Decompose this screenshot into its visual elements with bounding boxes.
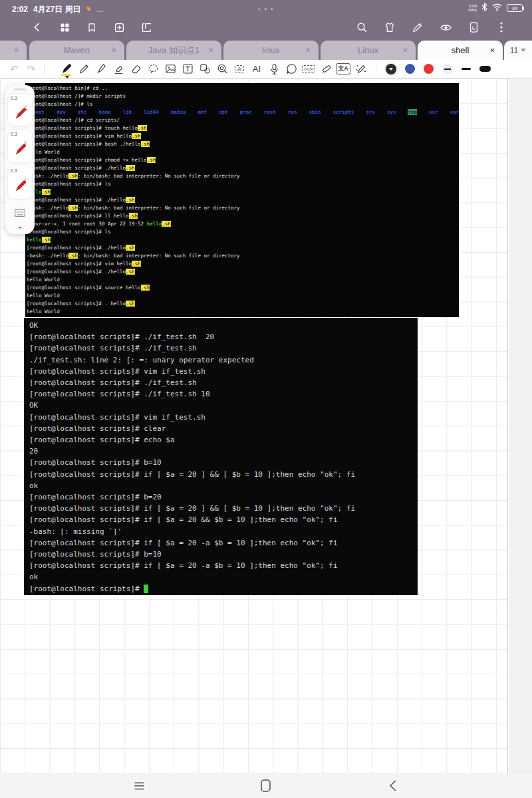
- comment-bubble-icon[interactable]: [283, 61, 300, 77]
- tab-close-icon[interactable]: ×: [402, 45, 408, 55]
- new-page-icon[interactable]: [112, 21, 126, 34]
- read-mode-icon[interactable]: [439, 21, 452, 34]
- tab-partial[interactable]: ×: [0, 41, 27, 60]
- terminal-line: [root@localhost scripts]# clear: [29, 423, 418, 434]
- current-color-swatch[interactable]: [386, 64, 396, 74]
- eraser-tool-icon[interactable]: [127, 61, 144, 77]
- device-mode-icon[interactable]: [467, 21, 480, 34]
- network-speed: 0.00 KB/s: [468, 4, 477, 13]
- microphone-icon[interactable]: [265, 61, 283, 77]
- terminal-line: ok: [29, 480, 418, 491]
- pen-preset-1[interactable]: 0.3: [7, 93, 33, 127]
- pen-tool-icon[interactable]: [58, 61, 75, 77]
- pencil-tool-icon[interactable]: [75, 61, 92, 77]
- terminal-line: [root@localhost scripts]# vim if_test.sh: [29, 412, 418, 423]
- frame-select-icon[interactable]: A: [231, 61, 248, 77]
- red-pen-icon: [14, 142, 27, 159]
- tab-close-icon[interactable]: ×: [111, 45, 116, 55]
- insert-image-icon[interactable]: [162, 61, 179, 77]
- pen-preset-3[interactable]: 0.3: [7, 166, 33, 200]
- highlighter-tool-icon[interactable]: [110, 61, 127, 77]
- terminal-line: [root@localhost scripts]# chmod +x hello…: [27, 156, 459, 164]
- thin-stroke-swatch[interactable]: [462, 68, 471, 70]
- lasso-tool-icon[interactable]: [144, 61, 162, 77]
- terminal-line: [root@localhost scripts]# ls: [27, 228, 459, 236]
- terminal-line: [root@localhost scripts]# if [ $a = 20 ]…: [29, 469, 418, 480]
- terminal-line: hello World: [27, 308, 459, 316]
- home-icon[interactable]: [261, 779, 271, 792]
- red-color-swatch[interactable]: [424, 64, 434, 74]
- pen-preset-panel[interactable]: 0.3 0.3 0.3 ⌃: [5, 85, 35, 234]
- tab-close-icon[interactable]: ×: [13, 45, 19, 55]
- note-canvas[interactable]: [root@localhost bin]# cd ..[root@localho…: [0, 78, 532, 773]
- keyboard-icon[interactable]: [15, 207, 25, 219]
- magic-pen-icon[interactable]: [352, 61, 369, 77]
- terminal-line: [root@localhost scripts]# source hello.s…: [27, 284, 459, 292]
- screenshot-icon[interactable]: [140, 21, 153, 34]
- status-bar: 2:02 4月27日 周日 ✎ … • • • 0.00 KB/s 34: [0, 0, 532, 19]
- terminal-line: [root@localhost scripts]# if [ $a = 20 -…: [29, 537, 418, 549]
- terminal-line: [root@localhost scripts]# vim if_test.sh: [29, 366, 418, 377]
- theme-icon[interactable]: [383, 21, 396, 34]
- tab-strip: × Maven × Java 知识点1 × linux × Linux × sh…: [0, 37, 532, 60]
- terminal-line: [root@localhost scripts]# b=20: [29, 491, 418, 503]
- tab-maven[interactable]: Maven ×: [29, 41, 124, 60]
- magnifier-tool-icon[interactable]: [213, 61, 231, 77]
- terminal-line: [root@localhost bin]# cd ..: [27, 84, 459, 92]
- date: 4月27日 周日: [33, 4, 80, 15]
- terminal-line: ./if_test.sh: line 2: [: =: unary operat…: [29, 354, 418, 366]
- back-nav-icon[interactable]: [389, 780, 396, 791]
- redo-icon[interactable]: ↷: [23, 61, 40, 77]
- color-swatches: [386, 64, 491, 74]
- collapse-panel-icon[interactable]: ⌃: [17, 225, 23, 234]
- bookmark-icon[interactable]: [85, 21, 98, 34]
- stylus-icon: ✎: [86, 6, 91, 13]
- tab-count-dropdown[interactable]: 11: [504, 41, 532, 60]
- terminal-screenshot-if-test[interactable]: OK[root@localhost scripts]# ./if_test.sh…: [24, 318, 418, 595]
- terminal-line: [root@localhost scripts]# b=10: [29, 457, 418, 468]
- fineliner-tool-icon[interactable]: [92, 61, 110, 77]
- terminal-line: [root@localhost scripts]# ./hello.sh: [27, 268, 459, 276]
- terminal-screenshot-hello-sh[interactable]: [root@localhost bin]# cd ..[root@localho…: [25, 83, 459, 317]
- camera-notch-dots: • • •: [258, 6, 274, 13]
- shapes-tool-icon[interactable]: [196, 61, 213, 77]
- tab-java[interactable]: Java 知识点1 ×: [126, 41, 221, 60]
- custom-color-swatch[interactable]: [442, 64, 453, 74]
- more-menu-icon[interactable]: [495, 21, 508, 34]
- terminal-line: [root@localhost scripts]# if [ $a = 20 -…: [29, 560, 418, 571]
- annotate-icon[interactable]: [411, 21, 424, 34]
- grid-view-icon[interactable]: [58, 21, 71, 34]
- chevron-down-icon: [521, 49, 526, 52]
- text-tool-icon[interactable]: [179, 61, 196, 77]
- terminal-line: [root@localhost scripts]# ./if_test.sh 1…: [29, 388, 418, 400]
- terminal-line: [root@localhost scripts]# ./if_test.sh: [29, 377, 418, 388]
- translate-icon[interactable]: 文A: [334, 61, 352, 77]
- terminal-line: [root@localhost scripts]# vim hello.sh: [27, 260, 459, 268]
- terminal-line: [root@localhost scripts]# touch hello.sh: [27, 124, 459, 132]
- blue-color-swatch[interactable]: [405, 64, 415, 74]
- thick-stroke-swatch[interactable]: [479, 66, 491, 72]
- terminal-line: hello.sh: [27, 236, 459, 244]
- terminal-line: -bash: [: missing `]': [29, 526, 418, 537]
- terminal-line: [root@localhost scripts]# bash ./hello.s…: [27, 140, 459, 148]
- terminal-line: [root@localhost scripts]# if [ $a = 20 ]…: [29, 503, 418, 514]
- recents-icon[interactable]: [134, 782, 144, 790]
- ocr-icon[interactable]: OCR: [300, 61, 317, 77]
- ai-icon[interactable]: AI: [248, 61, 265, 77]
- search-icon[interactable]: [355, 21, 368, 34]
- tab-linux-lower[interactable]: linux ×: [223, 41, 319, 60]
- tab-linux-upper[interactable]: Linux ×: [321, 41, 416, 60]
- panel-drag-handle[interactable]: [14, 88, 26, 90]
- tape-tool-icon[interactable]: [317, 61, 334, 77]
- tab-close-icon[interactable]: ×: [489, 45, 495, 55]
- header: 2:02 4月27日 周日 ✎ … • • • 0.00 KB/s 34: [0, 0, 532, 60]
- tab-shell-active[interactable]: shell ×: [418, 41, 503, 60]
- terminal-line: hello.sh: [27, 188, 459, 196]
- terminal-line: [root@localhost scripts]# if [ $a = 20 &…: [29, 514, 418, 525]
- tab-close-icon[interactable]: ×: [305, 45, 311, 55]
- back-icon[interactable]: [31, 21, 44, 34]
- pen-preset-2[interactable]: 0.3: [7, 129, 33, 163]
- terminal-line: OK: [29, 320, 418, 331]
- undo-icon[interactable]: ↶: [5, 61, 23, 77]
- tab-close-icon[interactable]: ×: [208, 45, 213, 55]
